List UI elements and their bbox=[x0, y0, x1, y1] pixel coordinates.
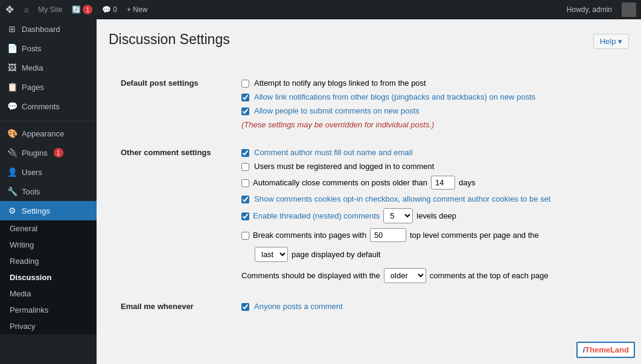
anyone-posts-label: Anyone posts a comment bbox=[254, 302, 343, 311]
other-comment-settings-label: Other comment settings bbox=[109, 139, 229, 293]
sidebar-label-users: Users bbox=[22, 168, 42, 177]
display-order-row: Comments should be displayed with the ol… bbox=[241, 268, 617, 283]
display-order-label-after: comments at the top of each page bbox=[430, 271, 549, 280]
threaded-label-after: levels deep bbox=[416, 211, 456, 220]
display-order-label-before: Comments should be displayed with the bbox=[241, 271, 380, 280]
notify-blogs-row: Attempt to notify any blogs linked to fr… bbox=[241, 78, 617, 88]
sidebar-item-media[interactable]: 🖼 Media bbox=[0, 58, 97, 77]
appearance-icon: 🎨 bbox=[7, 129, 17, 138]
override-notice: (These settings may be overridden for in… bbox=[241, 120, 617, 129]
author-fill-label: Comment author must fill out name and em… bbox=[254, 148, 412, 157]
sidebar-item-pages[interactable]: 📋 Pages bbox=[0, 77, 97, 97]
threaded-checkbox[interactable] bbox=[241, 212, 249, 220]
page-default-select[interactable]: first last bbox=[255, 247, 288, 262]
sidebar-sub-privacy[interactable]: Privacy bbox=[0, 318, 97, 334]
allow-comments-checkbox[interactable] bbox=[241, 107, 249, 115]
sidebar-item-tools[interactable]: 🔧 Tools bbox=[0, 182, 97, 201]
pages-icon: 📋 bbox=[7, 82, 17, 92]
site-name[interactable]: My Site bbox=[38, 5, 62, 14]
wp-logo-icon[interactable]: ❖ bbox=[5, 3, 14, 16]
users-registered-checkbox[interactable] bbox=[241, 163, 249, 171]
sidebar-sub-media[interactable]: Media bbox=[0, 286, 97, 302]
cookies-label: Show comments cookies opt-in checkbox, a… bbox=[254, 194, 550, 203]
main-content: Discussion Settings Help ▾ Default post … bbox=[97, 19, 641, 364]
comment-author-row: Comment author must fill out name and em… bbox=[241, 148, 617, 157]
sidebar-label-media: Media bbox=[22, 63, 43, 72]
page-default-row: first last page displayed by default bbox=[255, 247, 617, 262]
allow-comments-label: Allow people to submit comments on new p… bbox=[254, 106, 419, 115]
new-button[interactable]: + New bbox=[127, 5, 147, 14]
sidebar-sub-reading[interactable]: Reading bbox=[0, 253, 97, 269]
sidebar-sub-permalinks[interactable]: Permalinks bbox=[0, 302, 97, 318]
howdy-text: Howdy, admin bbox=[567, 5, 612, 14]
display-order-select[interactable]: older newer bbox=[384, 268, 426, 283]
auto-close-row: Automatically close comments on posts ol… bbox=[241, 176, 617, 190]
threaded-levels-select[interactable]: 1234 567 8910 bbox=[383, 208, 413, 223]
sidebar-label-comments: Comments bbox=[22, 102, 60, 111]
watermark-brand: ThemeLand bbox=[585, 345, 629, 354]
home-icon[interactable]: ⌂ bbox=[24, 5, 28, 14]
media-icon: 🖼 bbox=[7, 63, 17, 72]
sidebar-item-dashboard[interactable]: ⊞ Dashboard bbox=[0, 19, 97, 39]
sidebar-item-plugins[interactable]: 🔌 Plugins 1 bbox=[0, 143, 97, 162]
break-pages-label-before: Break comments into pages with bbox=[253, 231, 366, 240]
page-title: Discussion Settings bbox=[109, 31, 230, 48]
sidebar-item-posts[interactable]: 📄 Posts bbox=[0, 39, 97, 58]
notify-blogs-label: Attempt to notify any blogs linked to fr… bbox=[254, 78, 426, 88]
users-registered-label: Users must be registered and logged in t… bbox=[254, 162, 434, 171]
comments-icon: 💬 bbox=[7, 101, 17, 111]
auto-close-label-after: days bbox=[459, 178, 475, 187]
posts-icon: 📄 bbox=[7, 43, 17, 53]
cookies-row: Show comments cookies opt-in checkbox, a… bbox=[241, 194, 617, 203]
users-registered-row: Users must be registered and logged in t… bbox=[241, 162, 617, 171]
sidebar-label-dashboard: Dashboard bbox=[22, 25, 60, 34]
threaded-row: Enable threaded (nested) comments 1234 5… bbox=[241, 208, 617, 223]
watermark: iThemeLand bbox=[576, 342, 635, 358]
notify-blogs-checkbox[interactable] bbox=[241, 80, 249, 88]
auto-close-checkbox[interactable] bbox=[241, 179, 249, 187]
sidebar-label-plugins: Plugins bbox=[22, 148, 48, 158]
sidebar-label-tools: Tools bbox=[22, 187, 40, 196]
sidebar: ⊞ Dashboard 📄 Posts 🖼 Media 📋 Pages 💬 Co… bbox=[0, 19, 97, 364]
break-pages-input[interactable] bbox=[370, 228, 406, 242]
auto-close-label-before: Automatically close comments on posts ol… bbox=[253, 178, 427, 187]
page-default-label: page displayed by default bbox=[292, 250, 380, 259]
email-me-label: Email me whenever bbox=[109, 293, 229, 321]
sidebar-sub-general[interactable]: General bbox=[0, 220, 97, 237]
other-comment-settings-row: Other comment settings Comment author mu… bbox=[109, 139, 629, 293]
email-me-row: Email me whenever Anyone posts a comment bbox=[109, 293, 629, 321]
author-fill-checkbox[interactable] bbox=[241, 149, 249, 157]
default-post-settings-controls: Attempt to notify any blogs linked to fr… bbox=[229, 69, 629, 139]
help-button[interactable]: Help ▾ bbox=[593, 34, 629, 49]
comments-nav[interactable]: 💬 0 bbox=[102, 5, 117, 14]
allow-link-notifications-row: Allow link notifications from other blog… bbox=[241, 92, 617, 101]
sidebar-label-pages: Pages bbox=[22, 83, 44, 92]
break-pages-label-after: top level comments per page and the bbox=[410, 231, 539, 240]
allow-link-checkbox[interactable] bbox=[241, 94, 249, 101]
sidebar-sub-writing[interactable]: Writing bbox=[0, 237, 97, 253]
settings-submenu: General Writing Reading Discussion Media… bbox=[0, 220, 97, 334]
sidebar-item-appearance[interactable]: 🎨 Appearance bbox=[0, 124, 97, 143]
anyone-posts-row: Anyone posts a comment bbox=[241, 302, 617, 311]
allow-link-label: Allow link notifications from other blog… bbox=[254, 92, 535, 101]
updates-icon[interactable]: 🔄 1 bbox=[72, 5, 92, 14]
break-pages-checkbox[interactable] bbox=[241, 232, 249, 240]
sidebar-item-settings[interactable]: ⚙ Settings bbox=[0, 201, 97, 220]
plugins-badge: 1 bbox=[54, 148, 63, 158]
cookies-checkbox[interactable] bbox=[241, 196, 249, 203]
sidebar-item-users[interactable]: 👤 Users bbox=[0, 162, 97, 182]
anyone-posts-checkbox[interactable] bbox=[241, 303, 249, 311]
avatar bbox=[622, 2, 636, 17]
sidebar-sub-discussion[interactable]: Discussion bbox=[0, 269, 97, 286]
tools-icon: 🔧 bbox=[7, 187, 17, 196]
sidebar-label-posts: Posts bbox=[22, 44, 42, 53]
auto-close-days-input[interactable] bbox=[431, 176, 455, 190]
plugins-icon: 🔌 bbox=[7, 148, 17, 158]
sidebar-item-comments[interactable]: 💬 Comments bbox=[0, 97, 97, 116]
other-comment-settings-controls: Comment author must fill out name and em… bbox=[229, 139, 629, 293]
settings-icon: ⚙ bbox=[7, 206, 17, 216]
users-icon: 👤 bbox=[7, 167, 17, 177]
break-pages-row: Break comments into pages with top level… bbox=[241, 228, 617, 242]
dashboard-icon: ⊞ bbox=[7, 24, 17, 34]
default-post-settings-row: Default post settings Attempt to notify … bbox=[109, 69, 629, 139]
